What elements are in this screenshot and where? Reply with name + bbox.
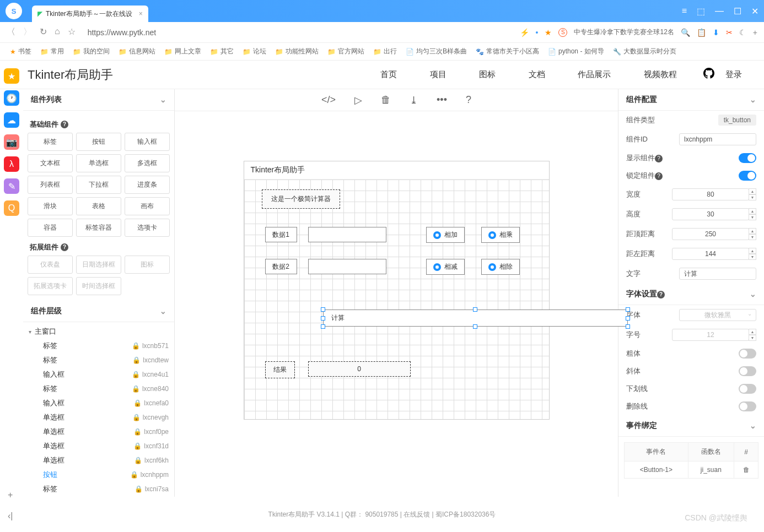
nav-home[interactable]: 首页 xyxy=(380,69,397,79)
rail-icon-5[interactable]: λ xyxy=(4,156,19,172)
spin-up[interactable]: ▲ xyxy=(749,208,756,214)
palette-文本框[interactable]: 文本框 xyxy=(28,154,73,172)
forward-icon[interactable]: 〉 xyxy=(23,26,32,38)
prop-strike-toggle[interactable] xyxy=(739,401,756,411)
close-window-icon[interactable]: ✕ xyxy=(751,6,758,17)
rail-icon-3[interactable]: ☁ xyxy=(4,112,19,128)
palette-下拉框[interactable]: 下拉框 xyxy=(76,176,121,194)
rail-icon-2[interactable]: 🕐 xyxy=(4,90,19,106)
help-icon[interactable]: ? xyxy=(61,121,68,128)
palette-选项卡[interactable]: 选项卡 xyxy=(125,219,170,237)
prop-top-input[interactable] xyxy=(672,228,749,240)
palette-画布[interactable]: 画布 xyxy=(125,197,170,215)
delete-event-icon[interactable]: 🗑 xyxy=(734,462,758,479)
star-icon[interactable]: ★ xyxy=(545,28,552,37)
win-icon2[interactable]: ⬚ xyxy=(697,6,705,17)
widget-radio-add[interactable]: 相加 xyxy=(426,227,465,243)
palette-列表框[interactable]: 列表框 xyxy=(28,176,73,194)
search-icon[interactable]: 🔍 xyxy=(681,28,690,37)
bm-3[interactable]: 信息网站 xyxy=(129,47,155,56)
add-tab-icon[interactable]: + xyxy=(753,28,757,37)
bm-7[interactable]: 功能性网站 xyxy=(286,47,319,56)
spin-up[interactable]: ▲ xyxy=(749,329,756,335)
rail-icon-1[interactable]: ★ xyxy=(4,68,19,84)
nav-docs[interactable]: 文档 xyxy=(529,69,545,79)
download-icon[interactable]: ⬇ xyxy=(713,28,719,37)
palette-日期选择框[interactable]: 日期选择框 xyxy=(76,256,121,274)
hierarchy-header[interactable]: 组件层级 ⌄ xyxy=(23,301,174,322)
bm-6[interactable]: 论坛 xyxy=(253,47,266,56)
rail-icon-6[interactable]: ✎ xyxy=(4,178,19,194)
spin-down[interactable]: ▼ xyxy=(749,194,756,200)
bm-0[interactable]: 书签 xyxy=(18,47,31,56)
login-link[interactable]: 登录 xyxy=(725,69,742,80)
palette-图标[interactable]: 图标 xyxy=(125,256,170,274)
url-input[interactable]: https://www.pytk.net xyxy=(83,28,512,37)
delete-icon[interactable]: 🗑 xyxy=(381,94,391,106)
bm-5[interactable]: 其它 xyxy=(220,47,234,56)
reload-icon[interactable]: ↻ xyxy=(40,26,47,38)
back-icon[interactable]: 〈 xyxy=(7,26,15,38)
tree-item[interactable]: 单选框🔒lxcnf6kh xyxy=(29,453,169,468)
spin-up[interactable]: ▲ xyxy=(749,188,756,194)
widget-data1-label[interactable]: 数据1 xyxy=(265,227,297,242)
tree-item[interactable]: 标签🔒lxcndtew xyxy=(29,353,169,367)
palette-拓展选项卡[interactable]: 拓展选项卡 xyxy=(28,277,73,295)
tree-item[interactable]: 标签🔒lxcne840 xyxy=(29,382,169,396)
palette-进度条[interactable]: 进度条 xyxy=(125,176,170,194)
widget-description-label[interactable]: 这是一个极简计算器 xyxy=(262,189,340,209)
prop-height-input[interactable] xyxy=(672,208,749,220)
news-text[interactable]: 中专生爆冷拿下数学竞赛全球12名 xyxy=(574,28,674,37)
favorite-icon[interactable]: ☆ xyxy=(68,26,76,38)
bm-8[interactable]: 官方网站 xyxy=(338,47,364,56)
spin-down[interactable]: ▼ xyxy=(749,335,756,341)
bm-13[interactable]: 大数据显示时分页 xyxy=(623,47,676,56)
design-window[interactable]: Tkinter布局助手 这是一个极简计算器 数据1 数据2 相加 相乘 相减 相… xyxy=(244,161,550,420)
dot-icon[interactable]: • xyxy=(536,28,539,37)
widget-radio-div[interactable]: 相除 xyxy=(481,259,520,275)
tree-item[interactable]: 标签🔒lxcnb571 xyxy=(29,339,169,353)
bolt-icon[interactable]: ⚡ xyxy=(520,28,529,37)
widget-result-value[interactable]: 0 xyxy=(308,361,411,377)
minimize-icon[interactable]: — xyxy=(715,6,724,17)
add-icon[interactable]: + xyxy=(8,490,13,500)
more-icon[interactable]: ••• xyxy=(437,94,447,106)
prop-italic-toggle[interactable] xyxy=(739,366,756,376)
palette-时间选择框[interactable]: 时间选择框 xyxy=(76,277,121,295)
font-section-header[interactable]: 字体设置?⌄ xyxy=(618,284,764,305)
rail-icon-4[interactable]: 📷 xyxy=(4,134,19,150)
prop-left-input[interactable] xyxy=(672,248,749,260)
help-icon[interactable]: ? xyxy=(61,243,68,251)
widget-compute-button[interactable]: 计算 xyxy=(323,310,628,327)
tree-item[interactable]: 输入框🔒lxcnefa0 xyxy=(29,396,169,410)
palette-滑块[interactable]: 滑块 xyxy=(28,197,73,215)
spin-up[interactable]: ▲ xyxy=(749,248,756,254)
sogou-icon[interactable]: S xyxy=(558,28,567,37)
prop-lock-toggle[interactable] xyxy=(739,171,756,181)
prop-id-input[interactable] xyxy=(679,133,756,145)
component-list-header[interactable]: 组件列表 ⌄ xyxy=(23,89,174,111)
palette-仪表盘[interactable]: 仪表盘 xyxy=(28,256,73,274)
bm-9[interactable]: 出行 xyxy=(384,47,397,56)
tree-item[interactable]: 单选框🔒lxcnf0pe xyxy=(29,425,169,439)
palette-标签[interactable]: 标签 xyxy=(28,133,73,151)
bm-2[interactable]: 我的空间 xyxy=(83,47,110,56)
nav-icons[interactable]: 图标 xyxy=(479,69,496,79)
spin-down[interactable]: ▼ xyxy=(749,234,756,240)
spin-down[interactable]: ▼ xyxy=(749,254,756,260)
browser-tab[interactable]: ◤ Tkinter布局助手～一款在线设 × xyxy=(32,6,148,22)
bm-12[interactable]: python - 如何导 xyxy=(558,47,604,56)
bm-4[interactable]: 网上文章 xyxy=(175,47,201,56)
tree-root[interactable]: ▾主窗口 xyxy=(29,324,169,339)
prop-font-select[interactable] xyxy=(679,309,756,321)
prop-show-toggle[interactable] xyxy=(739,153,756,163)
palette-按钮[interactable]: 按钮 xyxy=(76,133,121,151)
spin-up[interactable]: ▲ xyxy=(749,228,756,234)
palette-单选框[interactable]: 单选框 xyxy=(76,154,121,172)
nav-video[interactable]: 视频教程 xyxy=(644,69,677,79)
palette-标签容器[interactable]: 标签容器 xyxy=(76,219,121,237)
translate-icon[interactable]: 📋 xyxy=(697,28,706,37)
design-canvas[interactable]: 这是一个极简计算器 数据1 数据2 相加 相乘 相减 相除 计算 结果 xyxy=(244,180,549,419)
play-icon[interactable]: ▷ xyxy=(354,94,362,106)
tree-item[interactable]: 输入框🔒lxcne4u1 xyxy=(29,367,169,382)
